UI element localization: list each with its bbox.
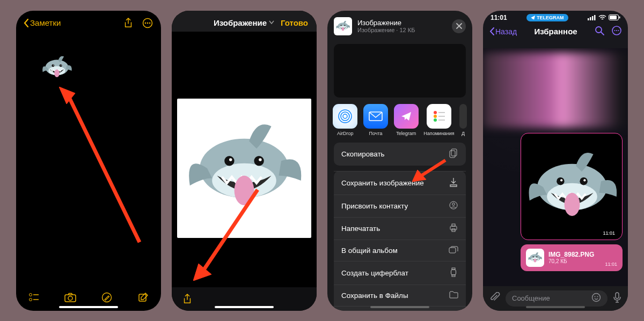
svg-rect-51 — [592, 16, 594, 20]
svg-point-29 — [434, 118, 437, 122]
svg-line-35 — [419, 160, 445, 177]
paperclip-icon — [489, 292, 500, 303]
checklist-button[interactable] — [28, 292, 40, 303]
message-input[interactable]: Сообщение — [506, 290, 608, 307]
chevron-down-icon — [269, 20, 274, 25]
screen-notes: Заметки — [16, 11, 161, 311]
mic-button[interactable] — [613, 292, 621, 305]
app-airdrop[interactable]: AirDrop — [333, 104, 358, 136]
home-indicator[interactable] — [215, 306, 274, 308]
home-indicator[interactable] — [59, 306, 118, 308]
chevron-left-icon — [24, 19, 29, 27]
title: Изображение — [214, 18, 267, 27]
print-icon — [449, 223, 458, 234]
attach-button[interactable] — [489, 292, 500, 305]
image-viewer[interactable] — [172, 34, 317, 287]
nav-bar: Заметки — [16, 11, 161, 32]
camera-button[interactable] — [64, 292, 76, 303]
chevron-left-icon — [489, 27, 494, 35]
app-more[interactable]: Д — [459, 104, 467, 136]
done-button[interactable]: Готово — [281, 18, 308, 27]
compose-button[interactable] — [137, 292, 149, 303]
camera-icon — [64, 293, 76, 302]
back-button[interactable]: Назад — [489, 27, 517, 36]
svg-point-8 — [145, 22, 147, 24]
search-icon — [595, 26, 604, 35]
more-button[interactable] — [612, 26, 621, 38]
svg-point-64 — [597, 296, 598, 297]
return-pill[interactable]: TELEGRAM — [526, 14, 568, 21]
home-indicator[interactable] — [370, 306, 429, 308]
app-telegram[interactable]: Telegram — [393, 104, 419, 136]
file-name: IMG_8982.PNG — [548, 251, 594, 258]
chat-title[interactable]: Избранное — [534, 27, 577, 36]
status-indicators — [588, 14, 620, 20]
action-print[interactable]: Напечатать — [334, 217, 466, 240]
screen-telegram: 11:01 TELEGRAM Назад Избранное 11:01 — [483, 11, 628, 311]
annotation-arrow — [412, 158, 450, 184]
svg-rect-42 — [449, 248, 456, 253]
sticker-shark[interactable] — [38, 55, 76, 80]
back-label: Заметки — [30, 18, 61, 27]
nav-bar: Назад Избранное — [483, 23, 628, 42]
more-button[interactable] — [142, 17, 153, 29]
svg-rect-44 — [452, 268, 455, 270]
action-assign-contact[interactable]: Присвоить контакту — [334, 195, 466, 217]
preview-area[interactable] — [334, 44, 466, 98]
svg-point-23 — [343, 114, 347, 118]
telegram-pill-icon — [531, 16, 535, 20]
share-icon — [123, 18, 133, 28]
svg-rect-39 — [450, 226, 457, 230]
app-mail[interactable]: Почта — [363, 104, 389, 136]
app-reminders[interactable]: Напоминания — [424, 104, 454, 136]
svg-point-59 — [614, 29, 615, 31]
status-bar: 11:01 TELEGRAM — [483, 11, 628, 23]
svg-rect-33 — [451, 149, 457, 156]
svg-rect-49 — [588, 18, 589, 20]
reminders-icon — [427, 104, 451, 129]
sticker-button[interactable] — [591, 293, 601, 304]
action-watch-face[interactable]: Создать циферблат — [334, 261, 466, 285]
svg-point-18 — [68, 296, 72, 300]
action-save-files[interactable]: Сохранить в Файлы — [334, 285, 466, 306]
share-subtitle: Изображение · 12 КБ — [357, 27, 447, 33]
markup-button[interactable] — [101, 292, 113, 303]
svg-point-38 — [452, 203, 455, 205]
back-button[interactable]: Заметки — [24, 18, 61, 27]
annotation-arrow — [59, 87, 145, 248]
title-menu[interactable]: Изображение — [214, 18, 274, 27]
folder-icon — [449, 291, 458, 300]
svg-line-57 — [601, 32, 604, 35]
message-time: 11:01 — [600, 230, 618, 236]
shark-image — [524, 147, 620, 227]
more-apps-icon — [459, 104, 467, 129]
home-indicator[interactable] — [526, 306, 585, 308]
status-time: 11:01 — [491, 14, 507, 21]
svg-line-11 — [69, 96, 140, 242]
svg-point-27 — [434, 111, 437, 114]
svg-rect-40 — [452, 224, 455, 226]
pen-circle-icon — [101, 292, 112, 303]
wifi-icon — [598, 15, 606, 20]
ellipsis-circle-icon — [612, 26, 621, 35]
svg-rect-34 — [450, 151, 455, 158]
message-file[interactable]: IMG_8982.PNG 70,2 КБ 11:01 — [521, 244, 623, 271]
sticker-icon — [591, 293, 601, 302]
download-icon — [449, 177, 458, 189]
battery-icon — [609, 14, 620, 20]
action-shared-album[interactable]: В общий альбом — [334, 240, 466, 261]
share-title: Изображение — [357, 19, 447, 27]
svg-marker-22 — [193, 264, 211, 281]
message-image[interactable]: 11:01 — [521, 133, 623, 240]
share-button[interactable] — [181, 293, 193, 305]
svg-point-13 — [30, 293, 32, 296]
close-button[interactable] — [452, 19, 466, 33]
search-button[interactable] — [595, 26, 604, 38]
note-canvas[interactable] — [16, 33, 161, 288]
svg-line-21 — [203, 190, 258, 271]
share-button[interactable] — [122, 17, 134, 29]
chat-area[interactable]: 11:01 IMG_8982.PNG 70,2 КБ 11:01 — [483, 48, 628, 286]
album-icon — [449, 246, 458, 255]
mic-icon — [613, 292, 621, 303]
ellipsis-circle-icon — [142, 18, 153, 28]
